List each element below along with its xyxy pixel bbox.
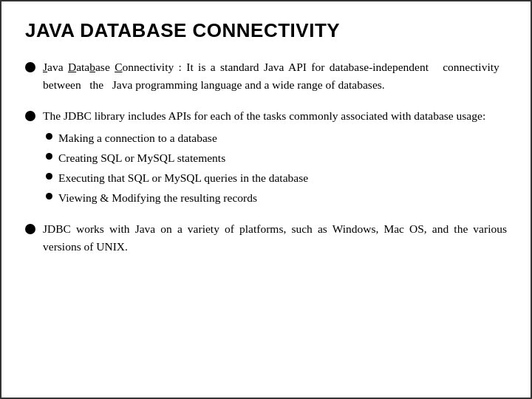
- bullet-dot-2: [25, 111, 35, 121]
- database-text: D: [68, 61, 76, 73]
- bullet-2: The JDBC library includes APIs for each …: [25, 107, 507, 207]
- bullet-content-2: The JDBC library includes APIs for each …: [43, 107, 507, 207]
- sub-bullet-2-2: Creating SQL or MySQL statements: [46, 149, 507, 167]
- sub-bullet-2-1: Making a connection to a database: [46, 129, 507, 147]
- sub-bullet-2-3: Executing that SQL or MySQL queries in t…: [46, 169, 507, 187]
- sub-bullet-text-2-4: Viewing & Modifying the resulting record…: [58, 189, 257, 207]
- sub-bullet-text-2-1: Making a connection to a database: [58, 129, 217, 147]
- bullet-3: JDBC works with Java on a variety of pla…: [25, 220, 507, 256]
- bullet-main-text-2: The JDBC library includes APIs for each …: [43, 107, 507, 125]
- connectivity-text: C: [115, 61, 122, 73]
- base-text: b: [89, 61, 95, 73]
- bullet-text-3: JDBC works with Java on a variety of pla…: [43, 220, 507, 256]
- java-text: J: [43, 61, 47, 73]
- sub-bullets-2: Making a connection to a database Creati…: [46, 129, 507, 207]
- bullet-dot-1: [25, 62, 35, 72]
- bullet-content-3: JDBC works with Java on a variety of pla…: [43, 220, 507, 256]
- sub-bullet-dot-2-2: [46, 153, 52, 160]
- sub-bullet-dot-2-1: [46, 133, 52, 140]
- bullet-1: Java Database Connectivity : It is a sta…: [25, 58, 507, 94]
- slide: JAVA DATABASE CONNECTIVITY Java Database…: [0, 0, 532, 399]
- bullet-content-1: Java Database Connectivity : It is a sta…: [43, 58, 507, 94]
- sub-bullet-text-2-3: Executing that SQL or MySQL queries in t…: [58, 169, 308, 187]
- sub-bullet-text-2-2: Creating SQL or MySQL statements: [58, 149, 225, 167]
- slide-title: JAVA DATABASE CONNECTIVITY: [25, 19, 507, 42]
- sub-bullet-dot-2-4: [46, 193, 52, 200]
- sub-bullet-dot-2-3: [46, 173, 52, 180]
- bullet-text-1: Java Database Connectivity : It is a sta…: [43, 58, 507, 94]
- sub-bullet-2-4: Viewing & Modifying the resulting record…: [46, 189, 507, 207]
- bullet-dot-3: [25, 224, 35, 234]
